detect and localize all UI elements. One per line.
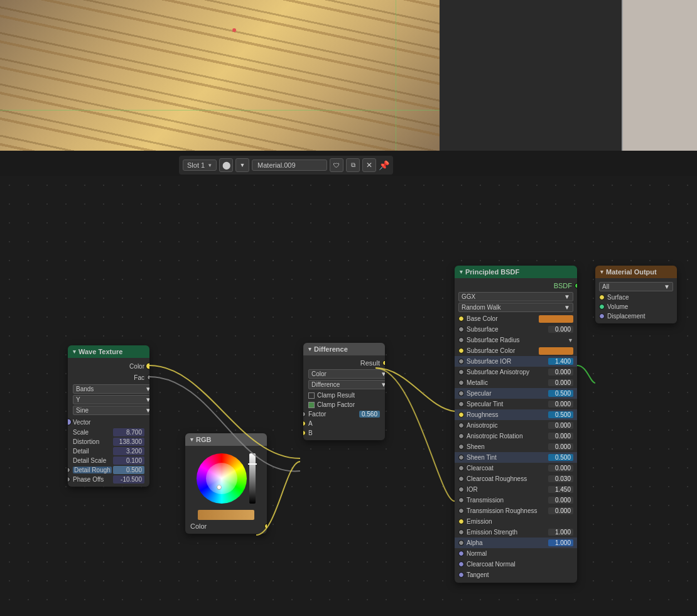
diff-factor-value[interactable]: 0.560 <box>359 411 380 418</box>
bsdf-anisotropic-rot-value[interactable]: 0.000 <box>548 433 573 440</box>
wave-axis-dropdown[interactable]: Y▼ <box>73 395 149 404</box>
diff-clamp-factor-checkbox[interactable] <box>308 402 315 408</box>
bsdf-normal-label: Normal <box>467 550 573 557</box>
wave-texture-body: Color Fac Bands▼ Y▼ Sine▼ Vector Scale <box>68 358 149 487</box>
wave-detail-rough-value[interactable]: 0.500 <box>113 466 144 474</box>
rgb-collapse-icon[interactable]: ▾ <box>190 436 193 443</box>
bsdf-transmission-rough-row: Transmission Roughness 0.000 <box>455 505 577 516</box>
bsdf-ior-value[interactable]: 1.450 <box>548 486 573 493</box>
close-icon[interactable]: ✕ <box>362 158 376 172</box>
bsdf-subsurface-socket <box>458 327 464 332</box>
bsdf-subsurface-label: Subsurface <box>467 326 548 333</box>
bsdf-emission-strength-row: Emission Strength 1.000 <box>455 527 577 538</box>
bsdf-metallic-value[interactable]: 0.000 <box>548 379 573 386</box>
wave-scale-value[interactable]: 8.700 <box>113 428 144 436</box>
bsdf-specular-socket <box>458 391 464 396</box>
rgb-color-output: Color <box>185 521 267 531</box>
mat-output-title: Material Output <box>606 268 657 276</box>
diff-factor-row: Factor 0.560 <box>303 409 385 419</box>
wave-texture-node[interactable]: ▾ Wave Texture Color Fac Bands▼ Y▼ Sine▼ <box>68 345 149 487</box>
material-output-node[interactable]: ▾ Material Output All▼ Surface Volume Di… <box>595 266 677 323</box>
bsdf-specular-tint-label: Specular Tint <box>467 401 548 408</box>
bsdf-output-row: BSDF <box>455 281 577 291</box>
bsdf-sheen-label: Sheen <box>467 443 548 450</box>
bsdf-emission-strength-value[interactable]: 1.000 <box>548 529 573 536</box>
bsdf-transmission-value[interactable]: 0.000 <box>548 497 573 504</box>
material-name-field[interactable]: Material.009 <box>252 159 327 171</box>
bsdf-sheen-tint-socket <box>458 455 464 460</box>
wave-detail-scale-value[interactable]: 0.100 <box>113 457 144 465</box>
bsdf-subsurface-value[interactable]: 0.000 <box>548 326 573 333</box>
bsdf-clearcoat-value[interactable]: 0.000 <box>548 465 573 472</box>
bsdf-specular-row: Specular 0.500 <box>455 388 577 399</box>
diff-a-row: A <box>303 419 385 428</box>
diff-clamp-factor-row: Clamp Factor <box>303 400 385 409</box>
bsdf-subsurface-ior-value[interactable]: 1.400 <box>548 358 573 365</box>
collapse-arrow-icon[interactable]: ▾ <box>73 349 76 355</box>
diff-result-row: Result <box>303 358 385 368</box>
bsdf-anisotropic-value[interactable]: 0.000 <box>548 422 573 429</box>
bsdf-subsurface-aniso-value[interactable]: 0.000 <box>548 369 573 376</box>
bsdf-header: ▾ Principled BSDF <box>455 266 577 278</box>
rgb-node[interactable]: ▾ RGB Color <box>185 433 267 534</box>
bsdf-clearcoat-rough-value[interactable]: 0.030 <box>548 475 573 482</box>
wave-profile-dropdown[interactable]: Sine▼ <box>73 406 149 415</box>
bsdf-node[interactable]: ▾ Principled BSDF BSDF GGX▼ Random Walk▼… <box>455 266 577 583</box>
bsdf-sheen-value[interactable]: 0.000 <box>548 443 573 450</box>
difference-node[interactable]: ▾ Difference Result Color▼ Difference▼ C… <box>303 343 385 440</box>
copy-icon[interactable]: ⧉ <box>346 158 360 172</box>
rgb-header: ▾ RGB <box>185 433 267 446</box>
diff-color-dropdown[interactable]: Color▼ <box>308 369 385 379</box>
material-sphere-icon[interactable]: ⬤ <box>219 158 233 172</box>
bsdf-emission-strength-socket <box>458 529 464 535</box>
bsdf-random-walk-dropdown[interactable]: Random Walk▼ <box>458 303 573 312</box>
bsdf-subsurface-ior-socket <box>458 359 464 364</box>
bsdf-clearcoat-rough-socket <box>458 476 464 482</box>
bsdf-subsurface-color-socket <box>458 348 464 354</box>
bsdf-base-color-socket <box>458 316 464 322</box>
bsdf-alpha-row: Alpha 1.000 <box>455 538 577 548</box>
material-type-icon[interactable]: ▼ <box>235 158 249 172</box>
bsdf-base-color-swatch[interactable] <box>539 315 573 323</box>
wave-scale-label: Scale <box>73 429 89 436</box>
bsdf-anisotropic-socket <box>458 423 464 428</box>
diff-blend-dropdown[interactable]: Difference▼ <box>308 380 385 389</box>
bsdf-subsurface-color-swatch[interactable] <box>539 347 573 355</box>
bsdf-emission-socket <box>458 519 464 524</box>
bsdf-specular-tint-value[interactable]: 0.000 <box>548 401 573 408</box>
bsdf-roughness-value[interactable]: 0.500 <box>548 411 573 418</box>
pin-icon[interactable]: 📌 <box>379 160 389 170</box>
bsdf-alpha-value[interactable]: 1.000 <box>548 539 573 546</box>
slot-label: Slot 1 <box>187 161 205 169</box>
wave-color-output: Color <box>68 360 149 372</box>
mat-output-all-dropdown[interactable]: All▼ <box>599 282 673 291</box>
bsdf-transmission-socket <box>458 497 464 503</box>
brightness-strip[interactable] <box>249 453 256 504</box>
bsdf-roughness-socket <box>458 412 464 418</box>
diff-clamp-result-checkbox[interactable] <box>308 392 315 399</box>
wave-phase-offs-value[interactable]: -10.500 <box>113 475 144 484</box>
rgb-title: RGB <box>196 436 211 443</box>
bsdf-ggx-dropdown[interactable]: GGX▼ <box>458 292 573 301</box>
bsdf-subsurface-radius-label: Subsurface Radius <box>467 337 568 343</box>
mat-output-collapse-icon[interactable]: ▾ <box>600 269 603 275</box>
slot-dropdown[interactable]: Slot 1 ▼ <box>183 159 217 171</box>
color-wheel[interactable] <box>197 453 247 504</box>
bsdf-transmission-rough-value[interactable]: 0.000 <box>548 507 573 514</box>
bsdf-clearcoat-row: Clearcoat 0.000 <box>455 463 577 473</box>
wave-vector-input: Vector <box>68 416 149 428</box>
viewport-right-bg <box>440 0 697 151</box>
bsdf-collapse-icon[interactable]: ▾ <box>460 269 463 275</box>
bsdf-specular-value[interactable]: 0.500 <box>548 390 573 397</box>
wave-type-dropdown[interactable]: Bands▼ <box>73 384 149 394</box>
color-preview-bar <box>198 510 254 520</box>
bsdf-sheen-tint-value[interactable]: 0.500 <box>548 454 573 461</box>
diff-collapse-icon[interactable]: ▾ <box>308 346 311 352</box>
bsdf-specular-tint-socket <box>458 401 464 407</box>
difference-header: ▾ Difference <box>303 343 385 355</box>
shield-icon[interactable]: 🛡 <box>330 158 343 172</box>
bsdf-output-socket <box>575 283 577 289</box>
wave-detail-value[interactable]: 3.200 <box>113 447 144 455</box>
bsdf-metallic-socket <box>458 380 464 386</box>
wave-distortion-value[interactable]: 138.300 <box>113 438 144 446</box>
